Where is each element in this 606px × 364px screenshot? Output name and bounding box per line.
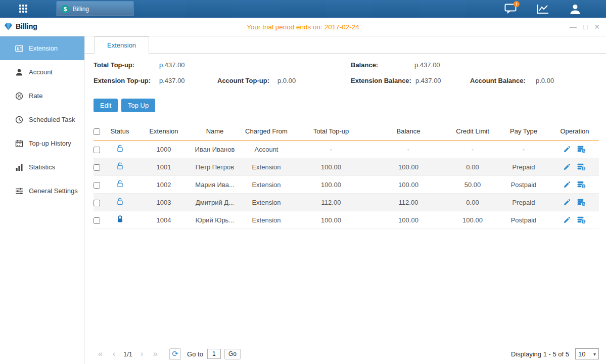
calendar-icon — [15, 140, 23, 148]
extension-topup-label: Extension Top-up: — [94, 77, 151, 84]
cell-name: Иван Иванов — [194, 146, 236, 153]
topup-row-icon[interactable]: $ — [577, 199, 586, 206]
reports-chart-icon[interactable] — [536, 3, 549, 15]
tab-strip: Extension — [85, 36, 606, 54]
account-icon — [15, 68, 23, 76]
cell-charged-from: Extension — [236, 199, 297, 206]
sidebar-item-topup-history[interactable]: Top-up History — [0, 131, 84, 155]
sidebar-item-scheduled-task[interactable]: Scheduled Task — [0, 108, 84, 131]
cell-pay-type: - — [494, 146, 553, 153]
edit-row-icon[interactable] — [564, 163, 571, 170]
row-checkbox[interactable] — [94, 182, 100, 189]
table-header: Status Extension Name Charged From Total… — [94, 122, 599, 141]
sidebar-item-label: Statistics — [29, 163, 55, 171]
edit-row-icon[interactable] — [564, 146, 571, 153]
edit-row-icon[interactable] — [564, 216, 571, 223]
col-extension: Extension — [134, 127, 194, 135]
svg-text:$: $ — [583, 185, 585, 188]
sidebar-item-label: Top-up History — [29, 140, 71, 147]
minimize-button[interactable]: — — [570, 23, 577, 31]
topbar: $ Billing ! — [0, 0, 606, 18]
sidebar-item-label: Scheduled Task — [29, 116, 75, 123]
sidebar-item-label: Account — [29, 68, 53, 76]
billing-coin-icon: $ — [61, 5, 69, 13]
table-row[interactable]: 1002 Мария Ива... Extension 100.00 100.0… — [94, 176, 599, 194]
table-row[interactable]: 1001 Петр Петров Extension 100.00 100.00… — [94, 158, 599, 176]
cell-total-topup: 112.00 — [297, 199, 365, 206]
edit-row-icon[interactable] — [564, 181, 571, 188]
app-launcher-icon[interactable] — [19, 5, 27, 13]
goto-page-input[interactable] — [207, 349, 221, 359]
pagination-bar: « ‹ 1/1 › » ⟳ Go to Go Displaying 1 - 5 … — [94, 347, 599, 361]
cell-pay-type: Prepaid — [494, 199, 553, 206]
first-page-button[interactable]: « — [94, 349, 107, 359]
status-unlocked-icon — [106, 145, 134, 154]
goto-label: Go to — [187, 350, 203, 358]
row-checkbox[interactable] — [94, 164, 100, 171]
sliders-icon — [15, 187, 23, 195]
cell-pay-type: Postpaid — [494, 216, 553, 224]
col-total-topup: Total Top-up — [297, 127, 365, 135]
extension-balance-label: Extension Balance: — [351, 77, 411, 84]
edit-row-icon[interactable] — [564, 199, 571, 206]
prev-page-button[interactable]: ‹ — [107, 349, 121, 359]
col-pay-type: Pay Type — [494, 127, 553, 135]
sidebar-item-account[interactable]: Account — [0, 60, 84, 84]
row-checkbox[interactable] — [94, 200, 100, 206]
cell-pay-type: Postpaid — [494, 181, 553, 189]
topup-row-icon[interactable]: $ — [577, 146, 586, 153]
topup-row-icon[interactable]: $ — [577, 181, 586, 189]
bar-chart-icon — [15, 163, 23, 171]
select-all-checkbox[interactable] — [94, 128, 100, 135]
app-window: $ Billing ! Billing Your trial period en… — [0, 0, 606, 364]
top-up-button[interactable]: Top Up — [121, 99, 155, 112]
account-topup-value: p.0.00 — [277, 77, 296, 84]
row-checkbox[interactable] — [94, 217, 100, 224]
sidebar-item-extension[interactable]: Extension — [0, 36, 84, 60]
cell-balance: 112.00 — [365, 199, 451, 206]
cell-name: Юрий Юрь... — [194, 216, 236, 224]
maximize-button[interactable]: □ — [583, 23, 587, 31]
table-row[interactable]: 1004 Юрий Юрь... Extension 100.00 100.00… — [94, 211, 599, 229]
cell-charged-from: Extension — [236, 163, 297, 171]
next-page-button[interactable]: › — [135, 349, 149, 359]
displaying-info: Displaying 1 - 5 of 5 — [511, 350, 569, 358]
table-row[interactable]: 1000 Иван Иванов Account - - - - $ — [94, 141, 599, 158]
trial-notice: Your trial period ends on: 2017-02-24 — [0, 23, 606, 31]
sidebar-item-rate[interactable]: Rate — [0, 84, 84, 108]
edit-button[interactable]: Edit — [94, 99, 118, 112]
balance-label: Balance: — [351, 61, 378, 69]
last-page-button[interactable]: » — [149, 349, 162, 359]
cell-charged-from: Extension — [236, 216, 297, 224]
topbar-right: ! — [504, 0, 582, 18]
total-topup-label: Total Top-up: — [94, 61, 134, 69]
total-topup-value: p.437.00 — [159, 61, 185, 69]
topbar-tab-billing[interactable]: $ Billing — [57, 2, 133, 16]
sidebar-item-general-settings[interactable]: General Settings — [0, 179, 84, 203]
extension-balance-value: p.437.00 — [415, 77, 441, 84]
sidebar-item-statistics[interactable]: Statistics — [0, 155, 84, 179]
row-checkbox[interactable] — [94, 147, 100, 153]
cell-balance: 100.00 — [365, 163, 451, 171]
account-topup-label: Account Top-up: — [217, 77, 269, 84]
main-content: Extension Total Top-up: p.437.00 Balance… — [85, 36, 606, 364]
close-button[interactable]: ✕ — [594, 23, 600, 31]
cell-balance: 100.00 — [365, 181, 451, 189]
refresh-icon[interactable]: ⟳ — [169, 348, 181, 360]
go-button[interactable]: Go — [224, 349, 241, 359]
col-charged-from: Charged From — [236, 127, 297, 135]
sidebar-item-label: Extension — [29, 44, 58, 52]
table-body: 1000 Иван Иванов Account - - - - $ — [94, 141, 599, 229]
page-size-select[interactable]: 10 ▾ — [575, 348, 599, 359]
topup-row-icon[interactable]: $ — [577, 216, 586, 224]
chevron-down-icon: ▾ — [593, 351, 596, 357]
cell-charged-from: Account — [236, 146, 297, 153]
cell-balance: 100.00 — [365, 216, 451, 224]
tab-extension[interactable]: Extension — [94, 36, 149, 54]
col-status: Status — [106, 127, 134, 135]
cell-credit-limit: 50.00 — [451, 181, 494, 189]
user-menu-icon[interactable] — [569, 3, 582, 15]
topup-row-icon[interactable]: $ — [577, 163, 586, 171]
notifications-icon[interactable]: ! — [504, 3, 517, 15]
table-row[interactable]: 1003 Дмитрий Д... Extension 112.00 112.0… — [94, 194, 599, 211]
